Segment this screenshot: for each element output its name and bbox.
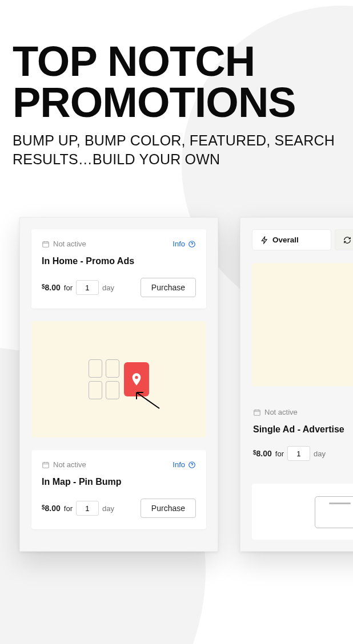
status-badge: Not active — [42, 240, 86, 248]
calendar-icon — [42, 240, 50, 248]
info-link[interactable]: Info — [173, 240, 196, 248]
status-text: Not active — [264, 408, 298, 416]
card-title: In Map - Pin Bump — [42, 477, 196, 487]
panel-right: Overall Promotion — [240, 217, 353, 552]
quantity-stepper[interactable] — [76, 501, 99, 516]
help-icon — [188, 240, 196, 248]
price: $8.00 — [253, 449, 272, 458]
info-label: Info — [173, 240, 185, 248]
unit-label: day — [314, 449, 326, 458]
for-label: for — [64, 504, 73, 513]
page-title-line1: TOP NOTCH — [13, 38, 255, 85]
info-label: Info — [173, 460, 185, 469]
price: $8.00 — [42, 504, 61, 513]
price-row: $8.00 for day — [252, 446, 353, 461]
tab-overall[interactable]: Overall — [252, 229, 331, 250]
purchase-button[interactable]: Purchase — [141, 278, 196, 297]
pin-bump-illustration — [31, 321, 206, 438]
mini-cell — [106, 381, 119, 399]
promo-card-in-map: Not active Info In Map - Pin Bump $8.00 … — [31, 450, 206, 529]
price-row: $8.00 for day Purchase — [42, 499, 196, 518]
unit-label: day — [102, 283, 114, 292]
mini-cell — [89, 359, 102, 378]
map-pin-icon — [132, 373, 141, 386]
page-title-line2: PROMOTIONS — [13, 79, 296, 126]
mini-cell — [89, 381, 102, 399]
for-label: for — [275, 449, 284, 458]
status-badge: Not active — [253, 408, 298, 416]
mini-grid — [89, 359, 119, 399]
status-text: Not active — [53, 460, 86, 469]
quantity-stepper[interactable] — [287, 446, 310, 461]
page-subtitle: BUMP UP, BUMP COLOR, FEATURED, SEARCH RE… — [13, 131, 340, 170]
tabs: Overall Promotion — [252, 229, 353, 250]
currency: $ — [42, 504, 45, 511]
hero: TOP NOTCH PROMOTIONS BUMP UP, BUMP COLOR… — [0, 0, 353, 169]
card-header: Not active Info — [42, 240, 196, 248]
refresh-icon — [343, 236, 351, 244]
card-title: Single Ad - Advertise — [252, 424, 353, 435]
price-controls: $8.00 for day — [42, 501, 114, 516]
cursor-arrow-icon — [134, 390, 161, 410]
purchase-button[interactable]: Purchase — [141, 499, 196, 518]
tab-label: Overall — [272, 236, 299, 244]
card-title: In Home - Promo Ads — [42, 256, 196, 266]
amount: 8.00 — [256, 449, 272, 458]
tab-promotion[interactable]: Promotion — [335, 229, 353, 250]
svg-rect-4 — [254, 410, 260, 415]
price-row: $8.00 for day Purchase — [42, 278, 196, 297]
amount: 8.00 — [45, 283, 61, 292]
svg-rect-2 — [43, 462, 49, 467]
currency: $ — [42, 283, 45, 290]
info-link[interactable]: Info — [173, 460, 196, 469]
svg-rect-0 — [43, 241, 49, 246]
help-icon — [188, 461, 196, 469]
single-ad-illustration — [252, 263, 353, 386]
screenshots-stage: Not active Info In Home - Promo Ads $8.0… — [0, 217, 353, 582]
panel-left: Not active Info In Home - Promo Ads $8.0… — [19, 217, 218, 552]
for-label: for — [64, 283, 73, 292]
status-badge: Not active — [42, 460, 86, 469]
price-controls: $8.00 for day — [253, 446, 326, 461]
status-text: Not active — [53, 240, 86, 248]
mini-cell — [106, 359, 119, 378]
promo-card-single-ad: Not active Single Ad - Advertise $8.00 f… — [252, 399, 353, 471]
card-header: Not active — [252, 408, 353, 416]
unit-label: day — [102, 504, 114, 513]
calendar-icon — [253, 408, 261, 416]
card-header: Not active Info — [42, 460, 196, 469]
currency: $ — [253, 449, 256, 456]
price: $8.00 — [42, 283, 61, 292]
calendar-icon — [42, 461, 50, 469]
browser-illustration — [252, 484, 353, 540]
quantity-stepper[interactable] — [76, 280, 99, 295]
lightning-icon — [260, 236, 268, 244]
page-title: TOP NOTCH PROMOTIONS — [13, 41, 340, 123]
promo-card-in-home: Not active Info In Home - Promo Ads $8.0… — [31, 229, 206, 309]
window-icon — [315, 496, 353, 528]
price-controls: $8.00 for day — [42, 280, 114, 295]
amount: 8.00 — [45, 504, 61, 513]
